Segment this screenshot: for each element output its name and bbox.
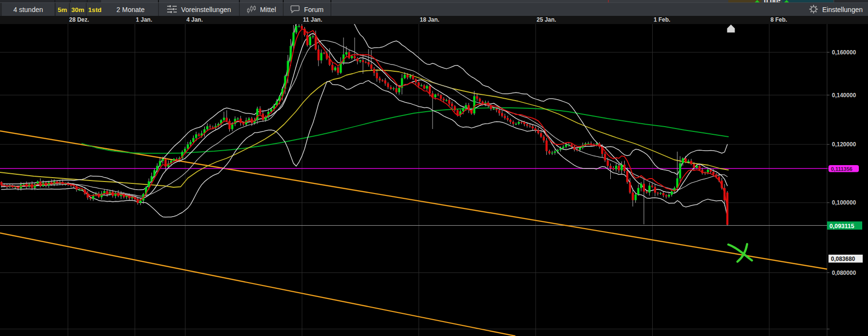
svg-text:0,140000: 0,140000 <box>832 92 856 99</box>
svg-text:0,120000: 0,120000 <box>832 141 856 148</box>
svg-text:0,160000: 0,160000 <box>832 49 856 56</box>
svg-text:0,093115: 0,093115 <box>829 223 854 230</box>
svg-text:0,080000: 0,080000 <box>832 270 856 276</box>
svg-text:0,083680: 0,083680 <box>831 256 855 262</box>
svg-text:0,111356: 0,111356 <box>831 166 853 172</box>
svg-text:0,100000: 0,100000 <box>832 199 856 206</box>
